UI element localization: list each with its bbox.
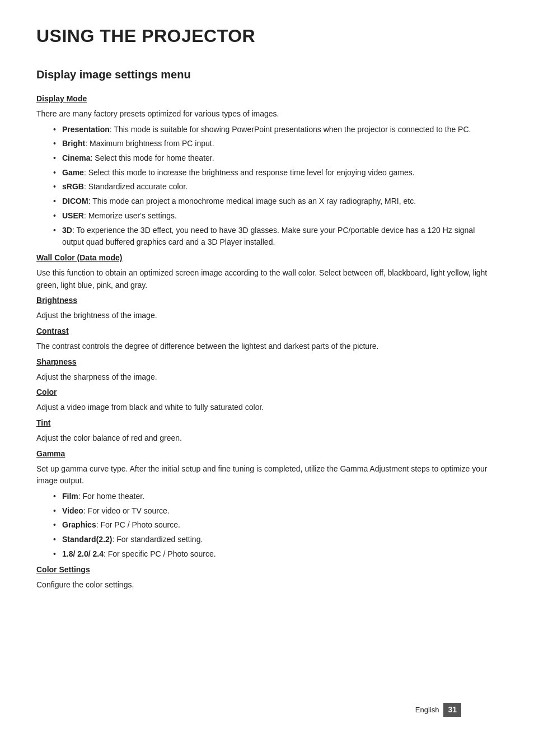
page-wrapper: USING THE PROJECTOR Display image settin… bbox=[36, 22, 498, 734]
list-item: Standard(2.2): For standardized setting. bbox=[53, 534, 498, 546]
page-title: USING THE PROJECTOR bbox=[36, 22, 498, 49]
subsection-display-mode: Display Mode There are many factory pres… bbox=[36, 93, 498, 249]
tint-body: Adjust the color balance of red and gree… bbox=[36, 432, 498, 445]
list-item: Game: Select this mode to increase the b… bbox=[53, 167, 498, 179]
sharpness-body: Adjust the sharpness of the image. bbox=[36, 371, 498, 384]
list-item: 3D: To experience the 3D effect, you nee… bbox=[53, 225, 498, 249]
subsection-sharpness: Sharpness Adjust the sharpness of the im… bbox=[36, 356, 498, 384]
display-mode-intro: There are many factory presets optimized… bbox=[36, 108, 498, 120]
footer-page-number: 31 bbox=[443, 703, 461, 717]
heading-wall-color: Wall Color (Data mode) bbox=[36, 252, 498, 264]
list-item: 1.8/ 2.0/ 2.4: For specific PC / Photo s… bbox=[53, 548, 498, 561]
footer-language: English bbox=[415, 704, 439, 716]
heading-color-settings: Color Settings bbox=[36, 564, 498, 576]
heading-contrast: Contrast bbox=[36, 325, 498, 337]
page-footer: English 31 bbox=[415, 703, 461, 717]
heading-sharpness: Sharpness bbox=[36, 356, 498, 368]
subsection-brightness: Brightness Adjust the brightness of the … bbox=[36, 295, 498, 322]
subsection-color-settings: Color Settings Configure the color setti… bbox=[36, 564, 498, 591]
color-settings-body: Configure the color settings. bbox=[36, 579, 498, 591]
list-item: Graphics: For PC / Photo source. bbox=[53, 519, 498, 531]
subsection-wall-color: Wall Color (Data mode) Use this function… bbox=[36, 252, 498, 291]
color-body: Adjust a video image from black and whit… bbox=[36, 402, 498, 414]
subsection-contrast: Contrast The contrast controls the degre… bbox=[36, 325, 498, 353]
subsection-tint: Tint Adjust the color balance of red and… bbox=[36, 417, 498, 445]
gamma-list: Film: For home theater. Video: For video… bbox=[53, 491, 498, 560]
contrast-body: The contrast controls the degree of diff… bbox=[36, 340, 498, 353]
section-title: Display image settings menu bbox=[36, 66, 498, 83]
heading-color: Color bbox=[36, 386, 498, 398]
list-item: Presentation: This mode is suitable for … bbox=[53, 124, 498, 136]
subsection-color: Color Adjust a video image from black an… bbox=[36, 386, 498, 414]
list-item: sRGB: Standardized accurate color. bbox=[53, 181, 498, 193]
list-item: Film: For home theater. bbox=[53, 491, 498, 503]
heading-gamma: Gamma bbox=[36, 448, 498, 460]
list-item: USER: Memorize user's settings. bbox=[53, 210, 498, 222]
heading-tint: Tint bbox=[36, 417, 498, 429]
wall-color-body: Use this function to obtain an optimized… bbox=[36, 267, 498, 291]
heading-brightness: Brightness bbox=[36, 295, 498, 306]
subsection-gamma: Gamma Set up gamma curve type. After the… bbox=[36, 448, 498, 561]
list-item: Cinema: Select this mode for home theate… bbox=[53, 152, 498, 165]
list-item: DICOM: This mode can project a monochrom… bbox=[53, 195, 498, 208]
brightness-body: Adjust the brightness of the image. bbox=[36, 310, 498, 322]
heading-display-mode: Display Mode bbox=[36, 93, 498, 105]
display-mode-list: Presentation: This mode is suitable for … bbox=[53, 124, 498, 249]
list-item: Video: For video or TV source. bbox=[53, 505, 498, 517]
list-item: Bright: Maximum brightness from PC input… bbox=[53, 138, 498, 150]
gamma-body: Set up gamma curve type. After the initi… bbox=[36, 463, 498, 487]
